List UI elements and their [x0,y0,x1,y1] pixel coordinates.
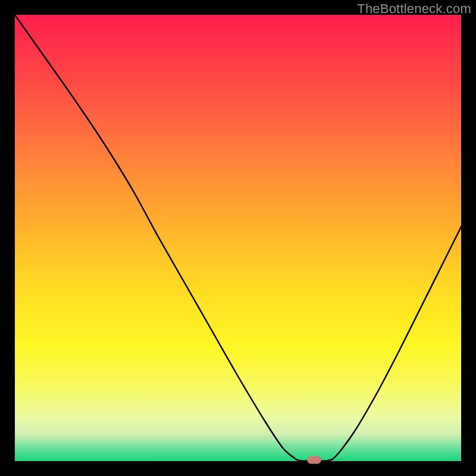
plot-area [15,15,461,461]
chart-frame: TheBottleneck.com [0,0,476,476]
optimal-marker [307,456,321,464]
bottleneck-curve [15,15,462,461]
curve-svg [15,15,461,461]
watermark-text: TheBottleneck.com [357,1,471,17]
